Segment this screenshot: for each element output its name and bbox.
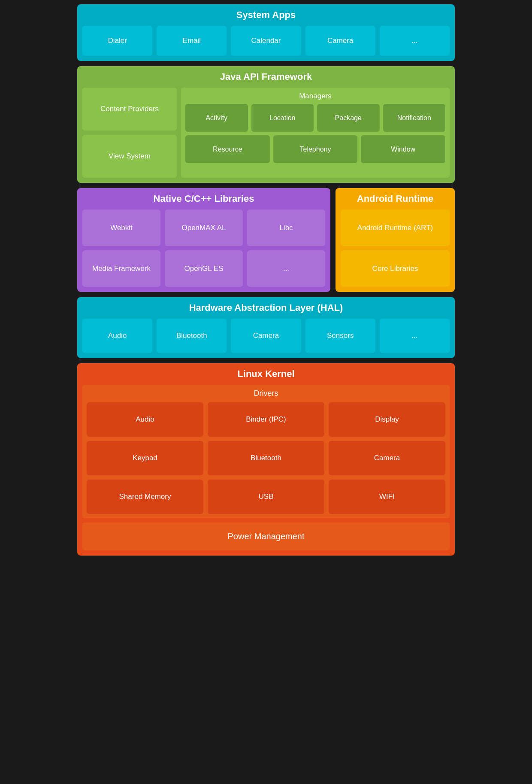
android-runtime-title: Android Runtime [341, 193, 450, 204]
list-item: Camera [305, 26, 375, 56]
list-item: Telephony [273, 135, 358, 163]
linux-kernel-layer: Linux Kernel Drivers Audio Binder (IPC) … [77, 363, 455, 556]
java-api-left: Content Providers View System [82, 88, 177, 178]
list-item: Dialer [82, 26, 152, 56]
native-cpp-title: Native C/C++ Libraries [82, 193, 325, 204]
list-item: Package [317, 104, 380, 132]
native-runtime-row: Native C/C++ Libraries Webkit OpenMAX AL… [77, 188, 455, 292]
managers-row2: Resource Telephony Window [185, 135, 445, 163]
hal-cells: Audio Bluetooth Camera Sensors ... [82, 319, 450, 353]
list-item: Notification [383, 104, 446, 132]
list-item: WIFI [329, 480, 445, 514]
list-item: Camera [329, 441, 445, 475]
hal-title: Hardware Abstraction Layer (HAL) [82, 302, 450, 313]
list-item: Display [329, 402, 445, 437]
java-api-layer: Java API Framework Content Providers Vie… [77, 66, 455, 183]
system-apps-layer: System Apps Dialer Email Calendar Camera… [77, 4, 455, 61]
list-item: Window [361, 135, 445, 163]
list-item: Media Framework [82, 250, 160, 287]
list-item: Location [251, 104, 314, 132]
list-item: Activity [185, 104, 248, 132]
managers-title: Managers [185, 92, 445, 100]
list-item: ... [247, 250, 325, 287]
native-cpp-grid: Webkit OpenMAX AL Libc Media Framework O… [82, 210, 325, 287]
drivers-title: Drivers [87, 389, 445, 398]
managers-row1: Activity Location Package Notification [185, 104, 445, 132]
list-item: Camera [231, 319, 301, 353]
content-providers-cell: Content Providers [82, 88, 177, 131]
managers-section: Managers Activity Location Package Notif… [181, 88, 450, 178]
list-item: ... [380, 26, 450, 56]
list-item: OpenMAX AL [165, 210, 243, 246]
list-item: Android Runtime (ART) [341, 210, 450, 246]
java-api-content: Content Providers View System Managers A… [82, 88, 450, 178]
list-item: Binder (IPC) [208, 402, 324, 437]
list-item: Calendar [231, 26, 301, 56]
list-item: Keypad [87, 441, 203, 475]
view-system-cell: View System [82, 135, 177, 178]
list-item: Shared Memory [87, 480, 203, 514]
list-item: OpenGL ES [165, 250, 243, 287]
list-item: Core Libraries [341, 250, 450, 287]
native-cpp-layer: Native C/C++ Libraries Webkit OpenMAX AL… [77, 188, 330, 292]
drivers-grid: Audio Binder (IPC) Display Keypad Blueto… [87, 402, 445, 514]
drivers-section: Drivers Audio Binder (IPC) Display Keypa… [82, 385, 450, 518]
java-api-title: Java API Framework [82, 71, 450, 82]
list-item: Audio [82, 319, 152, 353]
list-item: Email [157, 26, 227, 56]
list-item: Bluetooth [208, 441, 324, 475]
system-apps-title: System Apps [82, 9, 450, 21]
list-item: Resource [185, 135, 270, 163]
hal-layer: Hardware Abstraction Layer (HAL) Audio B… [77, 297, 455, 358]
system-apps-cells: Dialer Email Calendar Camera ... [82, 26, 450, 56]
list-item: Webkit [82, 210, 160, 246]
list-item: Libc [247, 210, 325, 246]
linux-kernel-title: Linux Kernel [82, 368, 450, 380]
list-item: ... [380, 319, 450, 353]
android-runtime-layer: Android Runtime Android Runtime (ART) Co… [336, 188, 455, 292]
list-item: Audio [87, 402, 203, 437]
list-item: USB [208, 480, 324, 514]
power-management-cell: Power Management [82, 523, 450, 550]
list-item: Sensors [305, 319, 375, 353]
list-item: Bluetooth [157, 319, 227, 353]
